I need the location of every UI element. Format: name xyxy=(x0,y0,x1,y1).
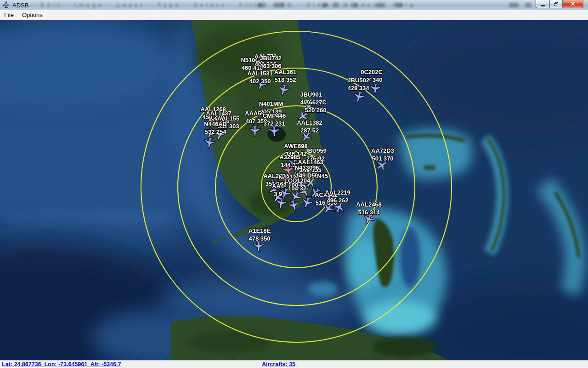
aircraft-values: 496 262 xyxy=(325,196,351,204)
aircraft-callsign: AAL1382 xyxy=(297,119,322,126)
aircraft-callsign: N433096 xyxy=(295,164,319,172)
aircraft-callsign: JBU901 xyxy=(300,91,322,98)
aircraft-label[interactable]: JBU742463 306 xyxy=(260,54,282,70)
ghost-toolbar-blob xyxy=(509,3,518,7)
airplane-icon xyxy=(3,1,10,10)
aircraft-callsign: JBU959 xyxy=(305,147,327,155)
aircraft-callsign: AAL2219 xyxy=(325,189,351,196)
aircraft-icon[interactable] xyxy=(248,124,262,138)
aircraft-values: 532 254 xyxy=(204,128,227,136)
aircraft-callsign: A6627C xyxy=(305,98,327,106)
menu-file[interactable]: File xyxy=(0,11,18,19)
aircraft-values: 372 231 xyxy=(263,120,286,127)
aircraft-callsign: 0C202C xyxy=(361,68,383,76)
minimize-icon xyxy=(541,5,545,6)
aircraft-callsign: LCO1204 xyxy=(284,177,310,184)
aircraft-callsign: AA72D3 xyxy=(371,147,394,155)
ghost-toolbar-blob xyxy=(526,3,531,7)
cursor-position-readout: Lat: 24.867736 Lon: -73.645961 Alt: -534… xyxy=(2,361,121,368)
ghost-toolbar-blob xyxy=(322,3,328,7)
aircraft-callsign: AWE698 xyxy=(284,142,307,150)
aircraft-label[interactable]: AA43 9 xyxy=(272,182,284,198)
ghost-toolbar-blob xyxy=(274,3,284,7)
aircraft-label[interactable]: AAL2468516 314 xyxy=(356,201,382,216)
aircraft-values: 402 350 xyxy=(247,77,273,85)
aircraft-label[interactable]: AA72D3501 370 xyxy=(371,147,394,162)
restore-icon xyxy=(554,2,558,6)
aircraft-callsign: AAL1531 xyxy=(247,69,273,77)
aircraft-label[interactable]: AAL2219496 262 xyxy=(325,189,351,204)
aircraft-values: 428 334 xyxy=(347,84,369,92)
aircraft-values: 501 370 xyxy=(371,155,394,162)
aircraft-values: 516 314 xyxy=(356,208,382,216)
aircraft-count: Aircrafts: 35 xyxy=(262,361,295,368)
aircraft-callsign: AAL2468 xyxy=(356,201,382,208)
menu-options[interactable]: Options xyxy=(18,11,47,19)
aircraft-callsign: AA4 xyxy=(272,182,284,190)
ghost-toolbar-blob xyxy=(333,3,339,7)
aircraft-values: 287 52 xyxy=(297,126,322,134)
aircraft-label[interactable]: N446AB532 254 xyxy=(204,120,227,136)
aircraft-label[interactable]: N45 xyxy=(317,172,328,180)
aircraft-label[interactable]: AAL361518 352 xyxy=(274,68,296,84)
ghost-toolbar-blob xyxy=(352,3,357,7)
ghost-toolbar-blob xyxy=(257,3,265,7)
aircraft-label[interactable]: JBU502428 334 xyxy=(347,76,369,92)
aircraft-label[interactable]: A1E18E478 350 xyxy=(249,227,271,242)
aircraft-values: 104 32 xyxy=(284,184,310,192)
adsb-window: Edit Image Layer Type Select Filter 3D V… xyxy=(0,0,588,368)
window-title: ADSB xyxy=(12,2,28,9)
title-bar[interactable]: Edit Image Layer Type Select Filter 3D V… xyxy=(0,0,588,10)
aircraft-callsign: A1E18E xyxy=(249,227,271,235)
status-bar: Lat: 24.867736 Lon: -73.645961 Alt: -534… xyxy=(0,360,588,368)
aircraft-callsign: JBU502 xyxy=(347,76,369,84)
aircraft-callsign: N446AB xyxy=(204,120,227,128)
minimize-button[interactable] xyxy=(536,0,549,8)
aircraft-callsign: N45 xyxy=(317,172,328,180)
aircraft-label[interactable]: A6627C520 260 xyxy=(305,98,327,114)
aircraft-callsign: JBU742 xyxy=(260,54,282,62)
background-app-ghost-menu: Edit Image Layer Type Select Filter 3D V… xyxy=(40,2,416,8)
aircraft-values: 518 352 xyxy=(274,76,296,84)
aircraft-label[interactable]: AAL1531402 350 xyxy=(247,69,273,85)
menu-bar: File Options xyxy=(0,10,588,20)
restore-button[interactable] xyxy=(549,0,562,8)
close-icon: ✕ xyxy=(571,1,576,7)
aircraft-callsign: A32985 xyxy=(279,153,300,161)
ghost-toolbar-blob xyxy=(377,3,385,7)
aircraft-label[interactable]: LCO1204104 32 xyxy=(284,177,310,192)
close-button[interactable]: ✕ xyxy=(562,0,583,8)
aircraft-callsign: AAL361 xyxy=(274,68,296,76)
aircraft-label[interactable]: CMP446372 231 xyxy=(263,112,286,127)
aircraft-values: 520 260 xyxy=(305,106,327,114)
aircraft-callsign: N401MM xyxy=(259,100,283,108)
aircraft-values: 478 350 xyxy=(249,235,271,242)
aircraft-label[interactable]: AAL1382287 52 xyxy=(297,119,322,134)
aircraft-icon[interactable] xyxy=(202,135,218,151)
ghost-toolbar-blob xyxy=(396,3,402,7)
aircraft-values: 3 9 xyxy=(272,190,284,198)
aircraft-callsign: CMP446 xyxy=(263,112,286,120)
